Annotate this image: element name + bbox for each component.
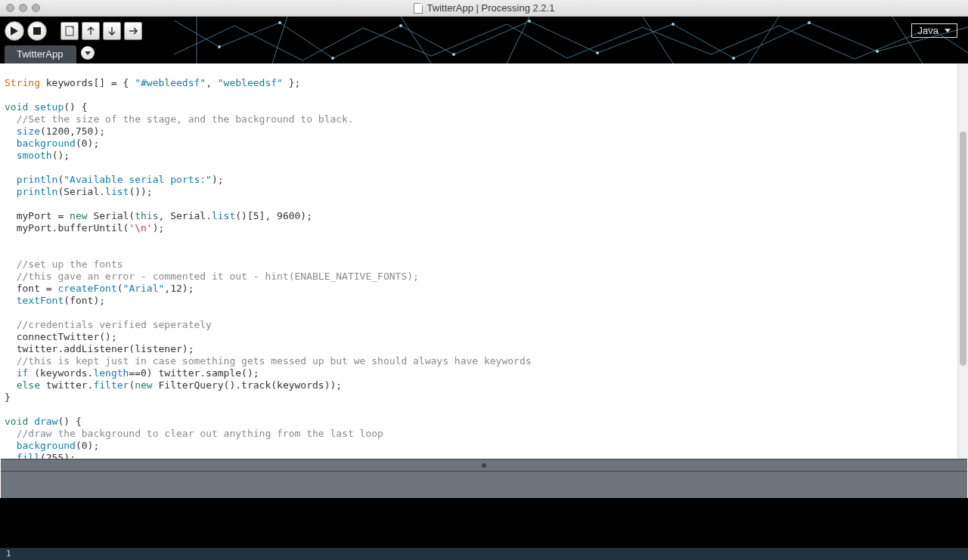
- tab-strip: TwitterApp: [5, 45, 95, 63]
- open-sketch-button[interactable]: [82, 22, 100, 40]
- status-line-number: 1: [6, 549, 11, 558]
- svg-point-6: [596, 51, 599, 54]
- play-icon: [11, 26, 18, 36]
- document-icon: [414, 3, 423, 14]
- window-titlebar: TwitterApp | Processing 2.2.1: [0, 0, 968, 17]
- svg-point-2: [331, 57, 334, 60]
- svg-point-7: [672, 23, 675, 26]
- arrow-right-icon: [128, 26, 138, 36]
- svg-point-1: [278, 21, 281, 24]
- svg-point-9: [808, 21, 811, 24]
- editor: String keywords[] = { "#webleedsf", "web…: [0, 63, 968, 459]
- tab-menu-button[interactable]: [81, 46, 95, 60]
- svg-point-10: [876, 50, 879, 53]
- mode-selector[interactable]: Java: [911, 23, 957, 38]
- svg-point-5: [528, 20, 531, 23]
- svg-point-0: [218, 45, 221, 48]
- banner-artwork: [174, 17, 968, 63]
- vertical-scrollbar[interactable]: [957, 63, 968, 459]
- svg-point-8: [732, 57, 735, 60]
- svg-rect-12: [33, 27, 41, 35]
- tab-twitterapp[interactable]: TwitterApp: [5, 45, 76, 63]
- stop-button[interactable]: [27, 21, 47, 41]
- tab-label: TwitterApp: [17, 48, 63, 60]
- window-title-text: TwitterApp | Processing 2.2.1: [427, 2, 555, 14]
- splitter-grip-icon: [482, 463, 486, 468]
- export-button[interactable]: [124, 22, 142, 40]
- svg-marker-11: [11, 26, 18, 36]
- message-bar: [1, 471, 967, 498]
- svg-point-4: [452, 53, 455, 56]
- stop-icon: [33, 27, 41, 35]
- toolbar: Java TwitterApp: [0, 17, 968, 63]
- run-button[interactable]: [5, 21, 24, 41]
- mode-label: Java: [918, 25, 939, 36]
- scrollbar-thumb[interactable]: [960, 131, 966, 366]
- arrow-down-icon: [107, 26, 116, 36]
- save-sketch-button[interactable]: [103, 22, 121, 40]
- chevron-down-icon: [85, 51, 91, 55]
- new-sketch-button[interactable]: [60, 22, 79, 40]
- console-output: [0, 498, 968, 548]
- file-icon: [65, 26, 74, 36]
- svg-point-3: [399, 24, 402, 27]
- editor-console-splitter[interactable]: [1, 459, 967, 471]
- status-bar: 1: [0, 548, 968, 560]
- window-title: TwitterApp | Processing 2.2.1: [0, 2, 968, 14]
- arrow-up-icon: [86, 26, 95, 36]
- code-area[interactable]: String keywords[] = { "#webleedsf", "web…: [0, 63, 957, 459]
- chevron-down-icon: [945, 29, 951, 32]
